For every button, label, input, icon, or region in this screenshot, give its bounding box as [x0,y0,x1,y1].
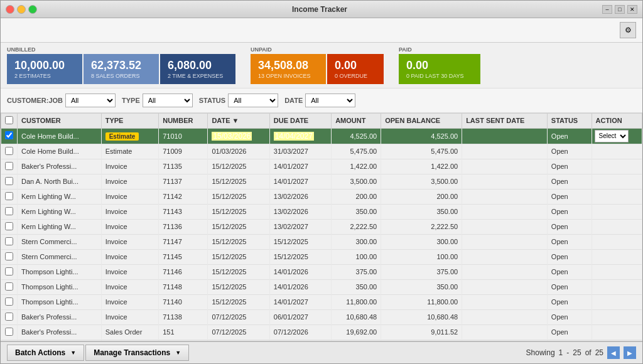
select-all-checkbox[interactable] [5,116,13,124]
row-checkbox-cell[interactable] [1,204,18,219]
header-date[interactable]: DATE ▼ [208,113,269,128]
row-checkbox[interactable] [5,267,13,276]
row-checkbox[interactable] [5,297,13,306]
row-checkbox-cell[interactable] [1,234,18,249]
row-date: 07/12/2025 [208,324,269,340]
date-select[interactable]: All [305,94,355,107]
close-button[interactable] [6,5,14,14]
prev-page-button[interactable]: ◀ [607,346,620,359]
row-action[interactable] [592,189,642,204]
row-checkbox-cell[interactable] [1,324,18,340]
row-open-balance: 200.00 [381,189,462,204]
row-checkbox-cell[interactable] [1,294,18,309]
gear-button[interactable]: ⚙ [620,22,636,38]
row-open-balance: 1,422.00 [381,159,462,174]
table-row[interactable]: Cole Home Build...Estimate7100901/03/202… [1,144,642,159]
row-checkbox[interactable] [5,222,13,230]
paid-card[interactable]: 0.00 0 PAID LAST 30 DAYS [399,54,480,84]
row-checkbox-cell[interactable] [1,174,18,189]
row-amount: 350.00 [332,204,381,219]
table-row[interactable]: Thompson Lighti...Invoice7114015/12/2025… [1,294,642,309]
row-checkbox[interactable] [5,192,13,200]
table-row[interactable]: Thompson Lighti...Invoice7114815/12/2025… [1,279,642,294]
batch-actions-label: Batch Actions [15,348,65,357]
row-checkbox[interactable] [5,237,13,245]
type-select[interactable]: All [143,94,193,107]
row-action[interactable] [592,264,642,279]
table-row[interactable]: Kern Lighting W...Invoice7114215/12/2025… [1,189,642,204]
table-row[interactable]: Kern Lighting W...Invoice7113615/12/2025… [1,219,642,234]
row-type: Invoice [101,204,159,219]
overdue-card[interactable]: 0.00 0 OVERDUE [327,54,384,84]
table-row[interactable]: Thompson Lighti...Invoice7114615/12/2025… [1,264,642,279]
open-invoices-card[interactable]: 34,508.08 13 OPEN INVOICES [251,54,326,84]
row-checkbox[interactable] [5,162,13,170]
row-checkbox[interactable] [5,313,13,321]
status-select[interactable]: All [228,94,278,107]
row-checkbox[interactable] [5,131,13,139]
table-row[interactable]: Baker's ProfessiSales Order15207/12/2025… [1,340,642,341]
maximize-button[interactable] [28,5,37,14]
row-checkbox-cell[interactable] [1,189,18,204]
row-checkbox[interactable] [5,282,13,291]
row-date: 15/12/2025 [208,204,269,219]
row-checkbox-cell[interactable] [1,144,18,159]
row-action[interactable] [592,144,642,159]
row-checkbox-cell[interactable] [1,159,18,174]
showing-of: of [585,348,592,357]
manage-transactions-button[interactable]: Manage Transactions ▼ [85,345,189,361]
row-action[interactable] [592,294,642,309]
row-checkbox[interactable] [5,328,13,336]
row-checkbox[interactable] [5,207,13,215]
row-action[interactable] [592,309,642,324]
row-type: Invoice [101,234,159,249]
row-number: 71148 [159,279,208,294]
time-expenses-card[interactable]: 6,080.00 2 TIME & EXPENSES [160,54,235,84]
row-checkbox-cell[interactable] [1,279,18,294]
header-check[interactable] [1,113,18,128]
minimize-win-button[interactable]: – [602,5,612,14]
sales-orders-card[interactable]: 62,373.52 8 SALES ORDERS [84,54,159,84]
minimize-button[interactable] [17,5,26,14]
row-checkbox[interactable] [5,147,13,155]
row-action[interactable] [592,159,642,174]
estimates-card[interactable]: 10,000.00 2 ESTIMATES [7,54,82,84]
row-action[interactable] [592,324,642,340]
table-row[interactable]: Cole Home Build...Estimate7101015/03/202… [1,128,642,144]
row-amount: 1,144.00 [332,340,381,341]
row-checkbox[interactable] [5,252,13,260]
table-row[interactable]: Baker's Professi...Sales Order15107/12/2… [1,324,642,340]
table-row[interactable]: Kern Lighting W...Invoice7114315/12/2025… [1,204,642,219]
row-action[interactable]: Select [592,128,642,144]
row-action[interactable] [592,340,642,341]
restore-win-button[interactable]: □ [615,5,625,14]
table-row[interactable]: Stern Commerci...Invoice7114715/12/20251… [1,234,642,249]
row-checkbox-cell[interactable] [1,219,18,234]
title-right-controls: – □ ✕ [602,5,637,14]
row-checkbox-cell[interactable] [1,128,18,144]
row-checkbox-cell[interactable] [1,264,18,279]
row-checkbox-cell[interactable] [1,249,18,264]
row-checkbox-cell[interactable] [1,340,18,341]
row-action[interactable] [592,234,642,249]
row-action[interactable] [592,219,642,234]
row-checkbox-cell[interactable] [1,309,18,324]
row-last-sent [462,144,548,159]
table-wrapper[interactable]: CUSTOMER TYPE NUMBER DATE ▼ DUE DATE AMO… [1,113,642,341]
row-type: Invoice [101,189,159,204]
table-row[interactable]: Stern Commerci...Invoice7114515/12/20251… [1,249,642,264]
row-action[interactable] [592,249,642,264]
table-row[interactable]: Dan A. North Bui...Invoice7113715/12/202… [1,174,642,189]
table-row[interactable]: Baker's Professi...Invoice7113807/12/202… [1,309,642,324]
row-checkbox[interactable] [5,177,13,185]
close-win-button[interactable]: ✕ [627,5,637,14]
row-action[interactable] [592,174,642,189]
customer-job-select[interactable]: All [65,94,116,107]
row-action[interactable] [592,279,642,294]
row-action[interactable] [592,204,642,219]
action-select[interactable]: Select [595,130,629,142]
next-page-button[interactable]: ▶ [624,346,636,359]
table-row[interactable]: Baker's Professi...Invoice7113515/12/202… [1,159,642,174]
row-last-sent [462,174,548,189]
batch-actions-button[interactable]: Batch Actions ▼ [7,345,84,361]
